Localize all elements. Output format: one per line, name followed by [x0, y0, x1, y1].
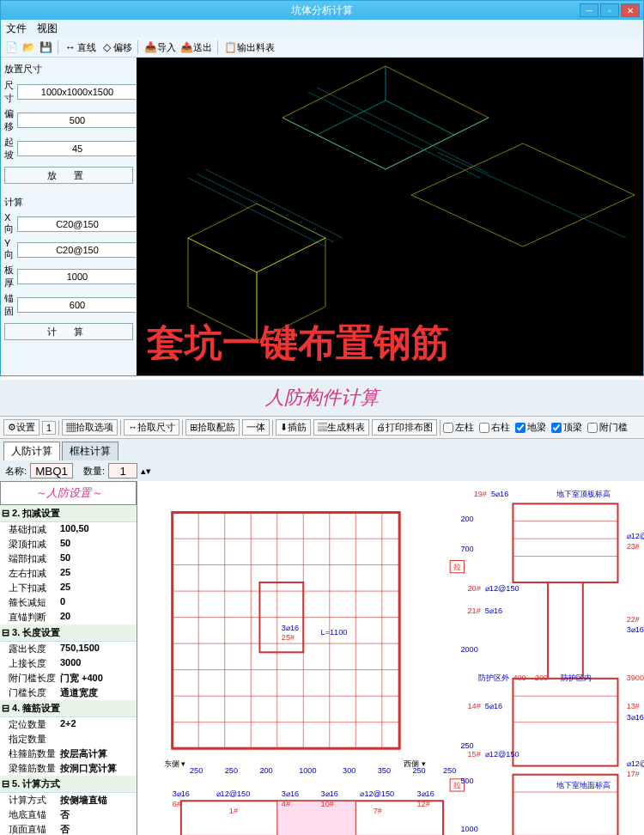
- svg-text:地下室地面标高: 地下室地面标高: [556, 781, 611, 789]
- svg-text:250: 250: [225, 766, 238, 775]
- menu-view[interactable]: 视图: [37, 21, 58, 36]
- svg-text:3⌀16: 3⌀16: [417, 789, 434, 798]
- pick-option-btn[interactable]: ▦拾取选项: [62, 419, 118, 436]
- field-Y向[interactable]: [17, 242, 137, 258]
- field-起坡[interactable]: [17, 141, 137, 156]
- name-input[interactable]: [30, 463, 73, 478]
- svg-text:6#: 6#: [173, 800, 182, 808]
- settings-val[interactable]: 1: [42, 421, 56, 435]
- pick-dim-btn[interactable]: ↔拾取尺寸: [124, 419, 179, 436]
- svg-text:防护区内: 防护区内: [561, 673, 592, 682]
- gen-table-btn[interactable]: ▤生成料表: [313, 419, 369, 436]
- tree-item[interactable]: 地底直锚否: [0, 808, 137, 822]
- section-calc: 计算: [4, 196, 133, 209]
- svg-marker-0: [188, 204, 325, 272]
- tree-group[interactable]: ⊟ 2. 扣减设置: [0, 505, 137, 522]
- tree-item[interactable]: 端部扣减50: [0, 552, 137, 566]
- svg-text:3⌀16: 3⌀16: [282, 624, 299, 632]
- toolbar1: 📄📂💾↔直线◇偏移📥导入📤送出📋输出料表: [1, 38, 643, 58]
- tab-kuangzhu[interactable]: 框柱计算: [62, 442, 118, 460]
- svg-text:200: 200: [535, 673, 548, 682]
- toolbar-item[interactable]: 📄: [4, 40, 18, 54]
- window2-title: 人防构件计算: [0, 380, 644, 416]
- svg-text:25#: 25#: [282, 633, 295, 642]
- tree-group[interactable]: ⊟ 4. 箍筋设置: [0, 700, 137, 717]
- settings-btn[interactable]: ⚙设置: [3, 419, 39, 436]
- close-button[interactable]: ✕: [621, 3, 640, 17]
- svg-text:20#: 20#: [468, 584, 482, 593]
- tree-item[interactable]: 梁顶扣减50: [0, 537, 137, 552]
- check-地梁[interactable]: 地梁: [515, 421, 546, 434]
- svg-text:3900: 3900: [627, 673, 644, 682]
- insert-btn[interactable]: ⬇插筋: [276, 419, 311, 436]
- toolbar-item[interactable]: ↔直线: [64, 40, 96, 54]
- field-偏移[interactable]: [17, 113, 137, 128]
- qty-spinner[interactable]: ▴▾: [141, 466, 151, 477]
- check-顶梁[interactable]: 顶梁: [551, 421, 582, 434]
- tree-item[interactable]: 附门槛长度门宽 +400: [0, 671, 137, 686]
- cad-viewport[interactable]: 套坑一键布置钢筋: [137, 58, 643, 375]
- toolbar-item[interactable]: 📤送出: [179, 40, 212, 54]
- svg-text:防护区外: 防护区外: [478, 673, 509, 682]
- tree-item[interactable]: 指定数量: [0, 732, 137, 747]
- window1-titlebar: 坑体分析计算 ─ ▫ ✕: [1, 1, 643, 20]
- tree-group[interactable]: ⊟ 3. 长度设置: [0, 625, 137, 642]
- minimize-button[interactable]: ─: [580, 3, 598, 17]
- svg-text:350: 350: [378, 766, 391, 775]
- svg-text:200: 200: [259, 766, 272, 775]
- place-button[interactable]: 放 置: [4, 167, 133, 184]
- tree-item[interactable]: 计算方式按侧墙直锚: [0, 793, 137, 808]
- toolbar-item[interactable]: 📋输出料表: [223, 40, 275, 54]
- toolbar-item[interactable]: 📥导入: [143, 40, 176, 54]
- tree-item[interactable]: 上下扣减25: [0, 581, 137, 595]
- drawing-viewport[interactable]: 3⌀16 25# L=1100: [137, 481, 644, 835]
- svg-text:250: 250: [412, 766, 425, 775]
- window1-title: 坑体分析计算: [291, 3, 353, 18]
- svg-text:23#: 23#: [627, 542, 641, 551]
- tree-item[interactable]: 左右扣减25: [0, 566, 137, 581]
- field-X向[interactable]: [17, 216, 137, 232]
- calc-button[interactable]: 计 算: [4, 323, 133, 340]
- pick-rebar-btn[interactable]: ⊞拾取配筋: [185, 419, 240, 436]
- svg-text:12#: 12#: [417, 800, 431, 808]
- svg-text:15#: 15#: [468, 750, 482, 759]
- check-右柱[interactable]: 右柱: [479, 421, 510, 434]
- tree-item[interactable]: 露出长度750,1500: [0, 642, 137, 656]
- mode-btn[interactable]: 一体: [242, 419, 270, 436]
- maximize-button[interactable]: ▫: [600, 3, 619, 17]
- svg-line-10: [188, 178, 325, 247]
- svg-text:⌀12@150: ⌀12@150: [485, 750, 519, 759]
- tree-group[interactable]: ⊟ 5. 计算方式: [0, 776, 137, 793]
- section-place-dims: 放置尺寸: [4, 63, 133, 76]
- tree-item[interactable]: 梁箍筋数量按洞口宽计算: [0, 761, 137, 776]
- toolbar-item[interactable]: 💾: [39, 40, 52, 54]
- toolbar-item[interactable]: 📂: [21, 40, 35, 54]
- toolbar-item[interactable]: ◇偏移: [100, 40, 132, 54]
- check-左柱[interactable]: 左柱: [443, 421, 474, 434]
- svg-text:17#: 17#: [627, 770, 641, 778]
- field-锚固[interactable]: [17, 297, 137, 313]
- menubar: 文件 视图: [1, 20, 643, 38]
- menu-file[interactable]: 文件: [6, 21, 27, 36]
- field-尺寸[interactable]: [17, 84, 137, 100]
- svg-text:250: 250: [190, 766, 203, 775]
- tree-item[interactable]: 门槛长度通道宽度: [0, 686, 137, 700]
- tree-item[interactable]: 定位数量2+2: [0, 717, 137, 732]
- print-btn[interactable]: 🖨打印排布图: [372, 419, 437, 436]
- qty-input[interactable]: [108, 463, 137, 478]
- svg-text:东侧 ▾: 东侧 ▾: [164, 759, 186, 768]
- tree-item[interactable]: 直锚判断20: [0, 610, 137, 625]
- tab-renfang[interactable]: 人防计算: [3, 442, 60, 460]
- tree-header: ～人防设置～: [0, 481, 137, 505]
- tree-item[interactable]: 上接长度3000: [0, 656, 137, 671]
- check-附门槛[interactable]: 附门槛: [587, 421, 628, 434]
- tree-item[interactable]: 基础扣减100,50: [0, 522, 137, 537]
- field-板厚[interactable]: [17, 269, 137, 284]
- svg-text:拉: 拉: [453, 563, 461, 571]
- tree-item[interactable]: 柱箍筋数量按层高计算: [0, 747, 137, 761]
- top-tabs: 人防计算 框柱计算: [0, 439, 644, 460]
- svg-text:⌀12@150: ⌀12@150: [485, 584, 519, 593]
- tree-body[interactable]: ⊟ 2. 扣减设置基础扣减100,50梁顶扣减50端部扣减50左右扣减25上下扣…: [0, 505, 137, 835]
- tree-item[interactable]: 箍长减短0: [0, 595, 137, 610]
- tree-item[interactable]: 顶面直锚否: [0, 822, 137, 835]
